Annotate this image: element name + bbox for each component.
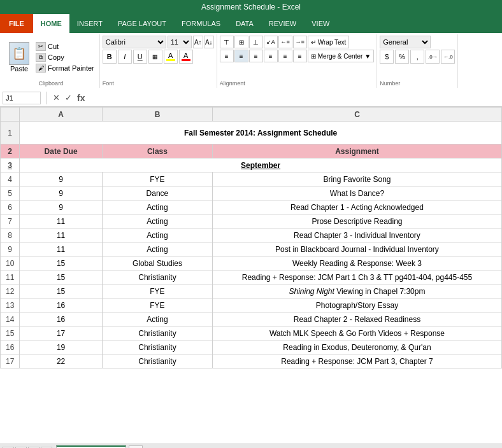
assignment-cell[interactable]: Read Chapter 2 - Relaxed Readiness — [212, 312, 501, 326]
assignment-cell[interactable]: Post in Blackboard Journal - Individual … — [212, 242, 501, 256]
font-size-decrease-button[interactable]: A↓ — [204, 36, 214, 48]
border-button[interactable]: ▦ — [148, 50, 162, 64]
assignment-cell[interactable]: Read Chapter 1 - Acting Acknowledged — [212, 200, 501, 214]
date-cell[interactable]: 9 — [20, 186, 103, 200]
underline-button[interactable]: U — [133, 50, 147, 64]
indent-increase-button[interactable]: →≡ — [293, 36, 307, 48]
cell-reference-input[interactable] — [3, 92, 41, 104]
date-cell[interactable]: 11 — [20, 228, 103, 242]
assignment-cell[interactable]: Photograph/Story Essay — [212, 298, 501, 312]
assignment-cell[interactable]: Reading + Response: JCM Part 1 Ch 3 & TT… — [212, 270, 501, 284]
percent-button[interactable]: % — [395, 50, 409, 64]
font-color-button[interactable]: A — [179, 50, 193, 64]
class-cell[interactable]: Acting — [102, 312, 212, 326]
tab-data[interactable]: DATA — [228, 14, 261, 33]
assignment-cell[interactable]: Prose Descriptive Reading — [212, 214, 501, 228]
confirm-formula-icon[interactable]: ✓ — [64, 93, 73, 102]
class-cell[interactable]: Christianity — [102, 354, 212, 368]
class-cell[interactable]: Christianity — [102, 326, 212, 340]
class-cell[interactable]: Acting — [102, 200, 212, 214]
merge-center-button[interactable]: ⊞ Merge & Center ▼ — [308, 50, 375, 62]
paste-button[interactable]: 📋 Paste — [6, 41, 32, 74]
italic-button[interactable]: I — [118, 50, 132, 64]
class-cell[interactable]: Acting — [102, 214, 212, 228]
formula-input[interactable] — [89, 94, 499, 102]
align-center-button[interactable]: ≡ — [234, 50, 248, 62]
number-format-select[interactable]: General — [380, 36, 431, 48]
tab-file[interactable]: FILE — [0, 14, 33, 33]
copy-button[interactable]: ⧉ Copy — [34, 52, 96, 62]
bold-button[interactable]: B — [103, 50, 117, 64]
align-bottom-button[interactable]: ⊥ — [249, 36, 263, 48]
copy-label: Copy — [48, 53, 64, 61]
align-left2-button[interactable]: ≡ — [264, 50, 278, 62]
assignment-cell[interactable]: Reading + Response: JCM Part 3, Chapter … — [212, 354, 501, 368]
indent-decrease-button[interactable]: ←≡ — [278, 36, 292, 48]
date-cell[interactable]: 19 — [20, 340, 103, 354]
table-row: 1722ChristianityReading + Response: JCM … — [1, 354, 502, 368]
font-size-increase-button[interactable]: A↑ — [193, 36, 203, 48]
fill-color-bar — [166, 59, 175, 61]
date-cell[interactable]: 22 — [20, 354, 103, 368]
class-cell[interactable]: Dance — [102, 186, 212, 200]
align-middle-button[interactable]: ⊞ — [234, 36, 248, 48]
tab-page-layout[interactable]: PAGE LAYOUT — [110, 14, 174, 33]
tab-view[interactable]: VIEW — [304, 14, 337, 33]
insert-function-icon[interactable]: fx — [76, 93, 86, 103]
corner-header — [1, 108, 20, 122]
class-cell[interactable]: FYE — [102, 284, 212, 298]
align-right-button[interactable]: ≡ — [249, 50, 263, 62]
align-top-button[interactable]: ⊤ — [220, 36, 234, 48]
class-cell[interactable]: Christianity — [102, 270, 212, 284]
assignment-cell[interactable]: Bring Favorite Song — [212, 172, 501, 186]
spreadsheet-container[interactable]: A B C 1 Fall Semester 2014: Assignment S… — [0, 107, 502, 444]
col-header-c[interactable]: C — [212, 108, 501, 122]
class-cell[interactable]: FYE — [102, 298, 212, 312]
class-cell[interactable]: Acting — [102, 242, 212, 256]
date-cell[interactable]: 16 — [20, 312, 103, 326]
assignment-cell[interactable]: Read Chapter 3 - Individual Inventory — [212, 228, 501, 242]
wrap-text-button[interactable]: ↵ Wrap Text — [308, 36, 350, 48]
font-name-select[interactable]: Calibri — [103, 36, 166, 48]
assignment-cell[interactable]: Shining Night Viewing in Chapel 7:30pm — [212, 284, 501, 298]
cut-button[interactable]: ✂ Cut — [34, 41, 96, 52]
date-cell[interactable]: 17 — [20, 326, 103, 340]
class-cell[interactable]: FYE — [102, 172, 212, 186]
align-center2-button[interactable]: ≡ — [278, 50, 292, 62]
currency-button[interactable]: $ — [380, 50, 394, 64]
align-left-button[interactable]: ≡ — [220, 50, 234, 62]
date-cell[interactable]: 16 — [20, 298, 103, 312]
class-cell[interactable]: Christianity — [102, 340, 212, 354]
col-header-b[interactable]: B — [102, 108, 212, 122]
text-direction-button[interactable]: ↙A — [264, 36, 278, 48]
assignment-cell[interactable]: Watch MLK Speech & Go Forth Videos + Res… — [212, 326, 501, 340]
decimal-decrease-button[interactable]: ←.0 — [441, 50, 455, 64]
date-cell[interactable]: 15 — [20, 284, 103, 298]
assignment-cell[interactable]: Reading in Exodus, Deuteronomy, & Qur'an — [212, 340, 501, 354]
tab-formulas[interactable]: FORMULAS — [174, 14, 228, 33]
assignment-cell[interactable]: What Is Dance? — [212, 186, 501, 200]
sheet-tab-semester1[interactable]: Semester 1 2014 — [56, 445, 126, 449]
class-cell[interactable]: Acting — [102, 228, 212, 242]
cancel-formula-icon[interactable]: ✕ — [52, 93, 61, 102]
assignment-cell[interactable]: Weekly Reading & Response: Week 3 — [212, 256, 501, 270]
align-right2-button[interactable]: ≡ — [293, 50, 307, 62]
class-cell[interactable]: Global Studies — [102, 256, 212, 270]
add-sheet-button[interactable]: + — [129, 445, 143, 449]
format-painter-button[interactable]: 🖌 Format Painter — [34, 63, 96, 73]
font-size-select[interactable]: 11 — [168, 36, 192, 48]
tab-home[interactable]: HOME — [33, 14, 69, 33]
title-cell[interactable]: Fall Semester 2014: Assignment Schedule — [20, 122, 502, 144]
date-cell[interactable]: 9 — [20, 172, 103, 186]
date-cell[interactable]: 15 — [20, 270, 103, 284]
tab-insert[interactable]: INSERT — [69, 14, 110, 33]
date-cell[interactable]: 11 — [20, 242, 103, 256]
col-header-a[interactable]: A — [20, 108, 103, 122]
tab-review[interactable]: REVIEW — [261, 14, 304, 33]
date-cell[interactable]: 15 — [20, 256, 103, 270]
decimal-increase-button[interactable]: .0→ — [426, 50, 440, 64]
date-cell[interactable]: 11 — [20, 214, 103, 228]
comma-button[interactable]: , — [410, 50, 424, 64]
fill-color-button[interactable]: A — [164, 50, 178, 64]
date-cell[interactable]: 9 — [20, 200, 103, 214]
